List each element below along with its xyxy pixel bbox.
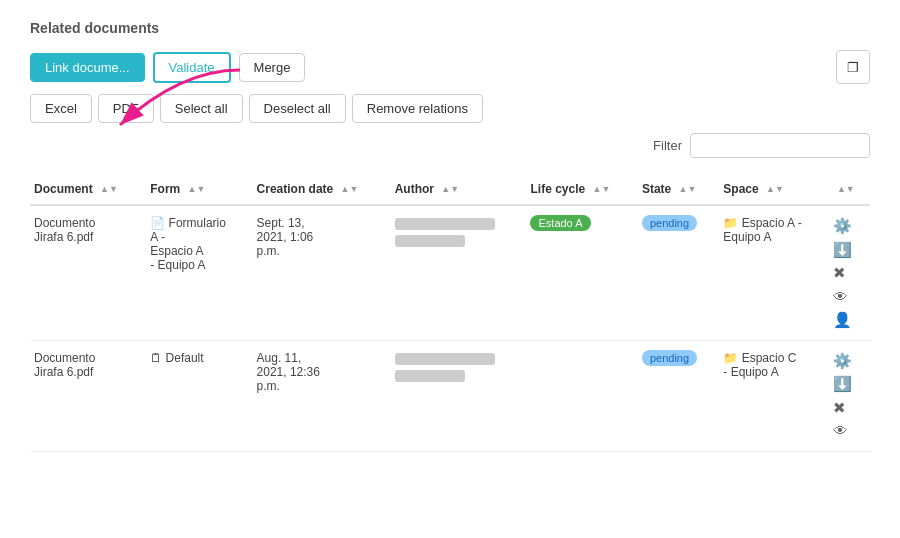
lifecycle-badge: Estado A [530, 215, 590, 231]
link-document-button[interactable]: Link docume... [30, 53, 145, 82]
col-creation-date: Creation date ▲▼ [253, 174, 391, 205]
row2-actions: ⚙️ ⬇️ ✖ 👁 [829, 340, 870, 451]
col-document: Document ▲▼ [30, 174, 146, 205]
select-all-button[interactable]: Select all [160, 94, 243, 123]
section-title: Related documents [30, 20, 870, 36]
author2-blur-line2 [395, 370, 465, 382]
scan-icon: ❐ [847, 60, 859, 75]
row2-lifecycle [526, 340, 637, 451]
state-badge-2: pending [642, 350, 697, 366]
col-form-sort[interactable]: ▲▼ [188, 185, 206, 194]
state-badge: pending [642, 215, 697, 231]
row1-space: 📁 Espacio A -Equipo A [719, 205, 829, 340]
download-action-icon[interactable]: ⬇️ [833, 240, 852, 260]
row1-author [391, 205, 527, 340]
unlink-action2-icon[interactable]: ✖ [833, 398, 846, 418]
filter-input[interactable] [690, 133, 870, 158]
col-space-label: Space [723, 182, 758, 196]
space-folder-icon: 📁 [723, 216, 738, 230]
excel-button[interactable]: Excel [30, 94, 92, 123]
col-creation-sort[interactable]: ▲▼ [341, 185, 359, 194]
row2-author [391, 340, 527, 451]
row2-state: pending [638, 340, 719, 451]
filter-row: Filter [30, 133, 870, 158]
row1-lifecycle: Estado A [526, 205, 637, 340]
settings-action2-icon[interactable]: ⚙️ [833, 351, 852, 371]
col-extra-sort[interactable]: ▲▼ [837, 185, 855, 194]
col-lifecycle-sort[interactable]: ▲▼ [593, 185, 611, 194]
secondary-toolbar: Excel PDF Select all Deselect all Remove… [30, 94, 870, 123]
download-action2-icon[interactable]: ⬇️ [833, 374, 852, 394]
row1-state: pending [638, 205, 719, 340]
col-lifecycle-label: Life cycle [530, 182, 585, 196]
col-actions-extra: ▲▼ [829, 174, 870, 205]
deselect-all-button[interactable]: Deselect all [249, 94, 346, 123]
col-state-sort[interactable]: ▲▼ [679, 185, 697, 194]
col-author: Author ▲▼ [391, 174, 527, 205]
col-document-sort[interactable]: ▲▼ [100, 185, 118, 194]
row2-form: 🗒 Default [146, 340, 252, 451]
table-row: DocumentoJirafa 6.pdf 📄 FormularioA -Esp… [30, 205, 870, 340]
pdf-button[interactable]: PDF [98, 94, 154, 123]
author-blur-line1 [395, 218, 495, 230]
row2-document: DocumentoJirafa 6.pdf [30, 340, 146, 451]
row1-document: DocumentoJirafa 6.pdf [30, 205, 146, 340]
author-blur-line2 [395, 235, 465, 247]
col-creation-label: Creation date [257, 182, 334, 196]
col-form-label: Form [150, 182, 180, 196]
eye-action2-icon[interactable]: 👁 [833, 421, 848, 441]
table-row: DocumentoJirafa 6.pdf 🗒 Default Aug. 11,… [30, 340, 870, 451]
col-space-sort[interactable]: ▲▼ [766, 185, 784, 194]
form-default-icon: 🗒 [150, 351, 162, 365]
col-document-label: Document [34, 182, 93, 196]
space2-folder-icon: 📁 [723, 351, 738, 365]
row1-actions: ⚙️ ⬇️ ✖ 👁 👤 [829, 205, 870, 340]
main-container: Related documents Link docume... Validat… [0, 0, 900, 538]
col-author-sort[interactable]: ▲▼ [441, 185, 459, 194]
filter-label: Filter [653, 138, 682, 153]
table-header-row: Document ▲▼ Form ▲▼ Creation date ▲▼ Aut… [30, 174, 870, 205]
merge-button[interactable]: Merge [239, 53, 306, 82]
validate-button[interactable]: Validate [153, 52, 231, 83]
form-icon: 📄 [150, 216, 165, 230]
row1-creation-date: Sept. 13,2021, 1:06p.m. [253, 205, 391, 340]
row2-creation-date: Aug. 11,2021, 12:36p.m. [253, 340, 391, 451]
col-space: Space ▲▼ [719, 174, 829, 205]
row2-space: 📁 Espacio C- Equipo A [719, 340, 829, 451]
col-lifecycle: Life cycle ▲▼ [526, 174, 637, 205]
col-state: State ▲▼ [638, 174, 719, 205]
main-toolbar: Link docume... Validate Merge ❐ [30, 50, 870, 84]
eye-action-icon[interactable]: 👁 [833, 287, 848, 307]
author2-blur-line1 [395, 353, 495, 365]
col-author-label: Author [395, 182, 434, 196]
row1-form: 📄 FormularioA -Espacio A- Equipo A [146, 205, 252, 340]
col-form: Form ▲▼ [146, 174, 252, 205]
documents-table: Document ▲▼ Form ▲▼ Creation date ▲▼ Aut… [30, 174, 870, 452]
person-action-icon[interactable]: 👤 [833, 310, 852, 330]
remove-relations-button[interactable]: Remove relations [352, 94, 483, 123]
unlink-action-icon[interactable]: ✖ [833, 263, 846, 283]
col-state-label: State [642, 182, 671, 196]
settings-action-icon[interactable]: ⚙️ [833, 216, 852, 236]
scan-icon-button[interactable]: ❐ [836, 50, 870, 84]
